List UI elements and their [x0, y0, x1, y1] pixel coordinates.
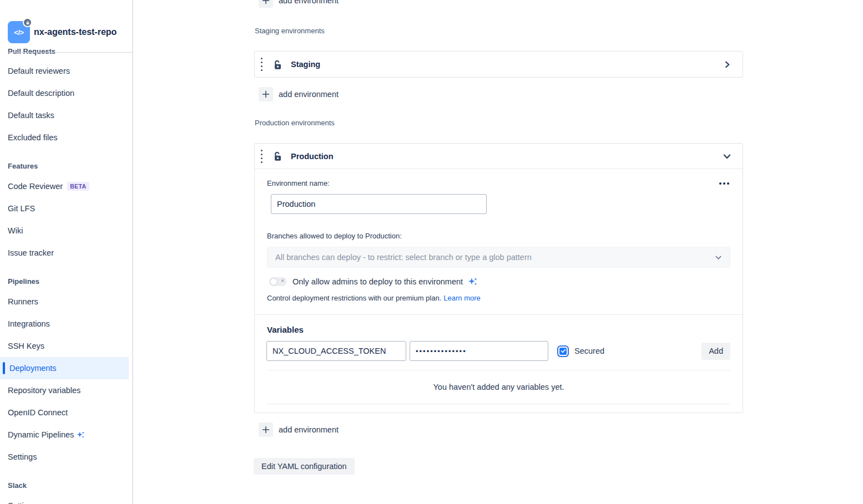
variables-list-divider [267, 404, 730, 404]
premium-sparkle-icon [467, 276, 478, 287]
sidebar-item-slack-settings[interactable]: Settings [0, 495, 129, 504]
variables-heading: Variables [267, 325, 730, 334]
sidebar: </> nx-agents-test-repo Pull Requests De… [0, 0, 133, 504]
branch-restriction-select[interactable]: All branches can deploy - to restrict: s… [267, 247, 730, 268]
variable-value-input[interactable] [410, 341, 548, 361]
chevron-down-icon[interactable] [723, 152, 731, 161]
branches-allowed-label: Branches allowed to deploy to Production… [267, 232, 730, 240]
sidebar-item-settings[interactable]: Settings [0, 446, 129, 468]
chevron-down-icon [715, 254, 722, 261]
sidebar-item-excluded-files[interactable]: Excluded files [0, 126, 129, 149]
environment-name-input[interactable] [271, 194, 487, 214]
variables-section-divider [255, 314, 743, 315]
sidebar-section-slack: Slack [0, 472, 129, 495]
drag-handle-icon[interactable] [258, 58, 265, 71]
select-placeholder: All branches can deploy - to restrict: s… [275, 253, 715, 262]
sidebar-section-pull-requests: Pull Requests [8, 47, 55, 55]
repo-avatar[interactable]: </> [8, 21, 30, 43]
sidebar-item-default-tasks[interactable]: Default tasks [0, 104, 129, 126]
production-environments-label: Production environments [255, 119, 743, 127]
toggle-off-x-icon: × [281, 278, 284, 284]
sidebar-item-dynamic-pipelines[interactable]: Dynamic Pipelines [0, 424, 129, 446]
premium-plan-text: Control deployment restrictions with our… [267, 294, 441, 302]
sidebar-item-ssh-keys[interactable]: SSH Keys [0, 335, 129, 357]
drag-handle-icon[interactable] [258, 150, 265, 163]
environment-title: Production [291, 152, 334, 161]
sidebar-item-default-description[interactable]: Default description [0, 82, 129, 104]
check-icon [561, 348, 566, 354]
deployments-settings-main: add environment Staging environments Sta… [254, 0, 743, 475]
variables-list-divider [267, 370, 730, 370]
staging-environment-card: Staging [254, 51, 743, 78]
sidebar-item-code-reviewer[interactable]: Code Reviewer BETA [0, 175, 129, 197]
lock-icon [26, 21, 30, 25]
admins-only-toggle[interactable]: × [269, 277, 287, 286]
more-options-icon[interactable] [718, 181, 730, 186]
sparkle-icon [76, 430, 85, 440]
staging-card-header[interactable]: Staging [255, 52, 743, 77]
sidebar-header-divider [8, 52, 133, 53]
sidebar-item-git-lfs[interactable]: Git LFS [0, 197, 129, 220]
add-environment-button-staging[interactable]: add environment [259, 87, 743, 101]
sidebar-item-wiki[interactable]: Wiki [0, 220, 129, 242]
sidebar-item-default-reviewers[interactable]: Default reviewers [0, 60, 129, 82]
sidebar-item-deployments[interactable]: Deployments [0, 357, 129, 379]
staging-environments-label: Staging environments [255, 27, 743, 35]
add-environment-button-production[interactable]: add environment [259, 422, 743, 437]
secured-label: Secured [574, 347, 604, 355]
sidebar-section-pipelines: Pipelines [0, 268, 129, 291]
beta-badge: BETA [67, 182, 89, 191]
chevron-right-icon[interactable] [723, 60, 731, 69]
add-environment-button-top[interactable]: add environment [259, 0, 743, 8]
code-icon: </> [14, 28, 23, 37]
plus-icon [259, 87, 273, 101]
edit-yaml-configuration-button[interactable]: Edit YAML configuration [254, 458, 355, 475]
variables-empty-message: You haven't added any variables yet. [267, 383, 730, 391]
selected-indicator [3, 362, 5, 374]
sidebar-item-repository-variables[interactable]: Repository variables [0, 379, 129, 401]
sidebar-item-integrations[interactable]: Integrations [0, 313, 129, 335]
variables-section: Variables Secured Add You haven't added … [255, 325, 743, 413]
unlock-icon [271, 150, 283, 162]
private-lock-badge [23, 18, 32, 27]
sidebar-item-openid-connect[interactable]: OpenID Connect [0, 401, 129, 424]
sidebar-item-issue-tracker[interactable]: Issue tracker [0, 242, 129, 264]
repo-header: </> nx-agents-test-repo [8, 21, 117, 43]
plus-icon [259, 0, 273, 8]
repo-name: nx-agents-test-repo [34, 27, 117, 37]
unlock-icon [271, 59, 283, 70]
sidebar-section-features: Features [0, 153, 129, 175]
admins-only-label: Only allow admins to deploy to this envi… [292, 277, 463, 286]
sidebar-divider [132, 0, 133, 504]
sidebar-nav: Default reviewers Default description De… [0, 53, 129, 504]
add-variable-button[interactable]: Add [701, 343, 730, 360]
environment-settings-section: Environment name: Branches allowed to de… [255, 179, 743, 302]
learn-more-link[interactable]: Learn more [443, 294, 480, 302]
production-card-header[interactable]: Production [255, 144, 743, 169]
variable-name-input[interactable] [266, 341, 406, 361]
sidebar-item-runners[interactable]: Runners [0, 291, 129, 313]
production-environment-card: Production Environment name: Branches al… [254, 143, 743, 413]
secured-checkbox[interactable] [559, 348, 567, 355]
environment-name-label: Environment name: [267, 179, 330, 187]
toggle-knob [270, 278, 277, 285]
plus-icon [259, 422, 273, 437]
environment-title: Staging [291, 60, 320, 69]
